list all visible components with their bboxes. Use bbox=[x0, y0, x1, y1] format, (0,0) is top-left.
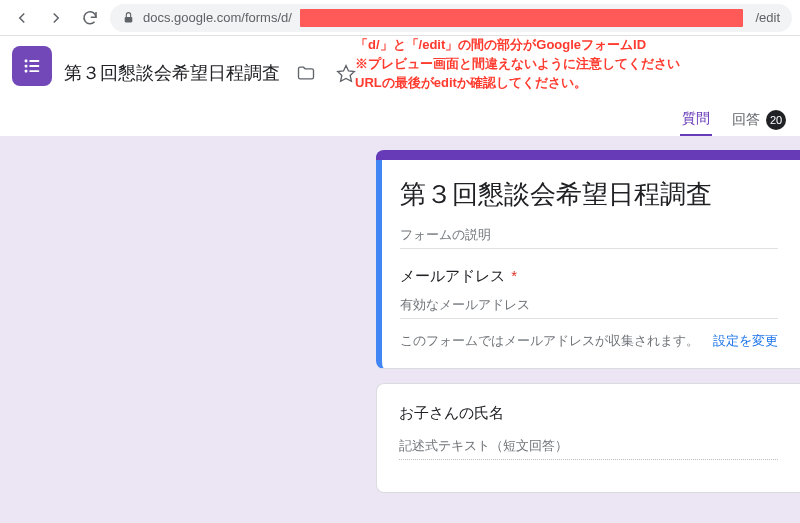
email-collection-note: このフォームではメールアドレスが収集されます。 設定を変更 bbox=[400, 333, 778, 350]
forward-icon[interactable] bbox=[42, 4, 70, 32]
editor-body: 第３回懇談会希望日程調査 フォームの説明 メールアドレス * 有効なメールアドレ… bbox=[0, 136, 800, 523]
change-settings-link[interactable]: 設定を変更 bbox=[713, 333, 778, 350]
url-suffix: /edit bbox=[751, 10, 780, 25]
annotation-overlay: 「d/」と「/edit」の間の部分がGoogleフォームID ※プレビュー画面と… bbox=[355, 36, 792, 93]
form-title-input[interactable]: 第３回懇談会希望日程調査 bbox=[400, 177, 778, 212]
browser-nav-bar: docs.google.com/forms/d/ /edit bbox=[0, 0, 800, 36]
svg-rect-3 bbox=[25, 65, 28, 68]
annotation-line-3: URLの最後がeditか確認してください。 bbox=[355, 74, 792, 93]
annotation-line-2: ※プレビュー画面と間違えないように注意してください bbox=[355, 55, 792, 74]
question-card[interactable]: お子さんの氏名 記述式テキスト（短文回答） bbox=[376, 383, 800, 493]
svg-rect-1 bbox=[25, 60, 28, 63]
required-asterisk: * bbox=[507, 267, 517, 284]
tabs-row: 質問 回答 20 bbox=[0, 100, 800, 136]
tab-questions-label: 質問 bbox=[682, 110, 710, 128]
svg-rect-5 bbox=[25, 70, 28, 73]
address-bar[interactable]: docs.google.com/forms/d/ /edit bbox=[110, 4, 792, 32]
svg-rect-4 bbox=[29, 65, 39, 67]
app-header: 第３回懇談会希望日程調査 「d/」と「/edit」の間の部分がGoogleフォー… bbox=[0, 36, 800, 100]
short-answer-placeholder[interactable]: 記述式テキスト（短文回答） bbox=[399, 437, 778, 460]
reload-icon[interactable] bbox=[76, 4, 104, 32]
email-question-label: メールアドレス * bbox=[400, 267, 778, 286]
form-header-card[interactable]: 第３回懇談会希望日程調査 フォームの説明 メールアドレス * 有効なメールアドレ… bbox=[376, 150, 800, 369]
svg-marker-7 bbox=[338, 66, 355, 82]
lock-icon bbox=[122, 11, 135, 24]
svg-rect-2 bbox=[29, 60, 39, 62]
forms-app-icon[interactable] bbox=[12, 46, 52, 86]
form-description-input[interactable]: フォームの説明 bbox=[400, 226, 778, 249]
svg-rect-0 bbox=[125, 17, 133, 22]
form-title-header[interactable]: 第３回懇談会希望日程調査 bbox=[64, 61, 280, 85]
annotation-line-1: 「d/」と「/edit」の間の部分がGoogleフォームID bbox=[355, 36, 792, 55]
tab-responses[interactable]: 回答 20 bbox=[730, 104, 788, 136]
email-note-text: このフォームではメールアドレスが収集されます。 bbox=[400, 333, 699, 350]
url-prefix: docs.google.com/forms/d/ bbox=[143, 10, 292, 25]
folder-icon[interactable] bbox=[292, 59, 320, 87]
svg-rect-6 bbox=[29, 70, 39, 72]
tab-questions[interactable]: 質問 bbox=[680, 104, 712, 137]
responses-count-badge: 20 bbox=[766, 110, 786, 130]
tab-responses-label: 回答 bbox=[732, 111, 760, 129]
email-input-placeholder[interactable]: 有効なメールアドレス bbox=[400, 296, 778, 319]
card-accent-bar bbox=[376, 150, 800, 160]
back-icon[interactable] bbox=[8, 4, 36, 32]
question-title[interactable]: お子さんの氏名 bbox=[399, 404, 778, 423]
url-redacted-id bbox=[300, 9, 744, 27]
